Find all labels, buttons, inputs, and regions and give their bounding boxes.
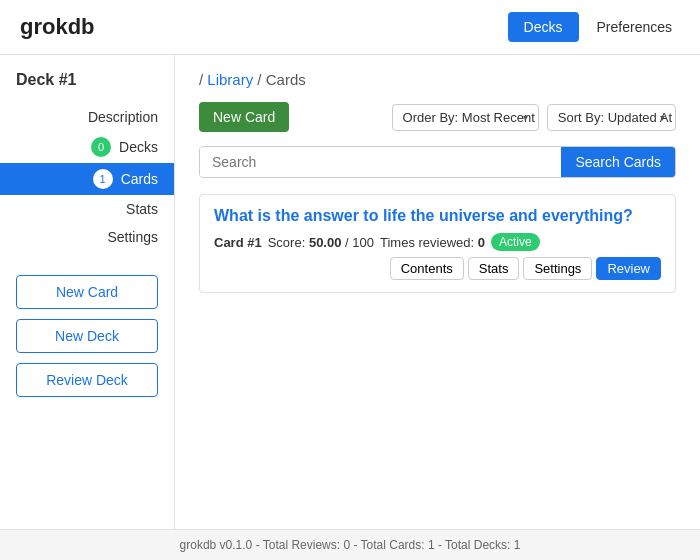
new-card-button-main[interactable]: New Card: [199, 102, 289, 132]
main-content: / Library / Cards New Card Order By: Mos…: [175, 55, 700, 560]
stats-button[interactable]: Stats: [468, 257, 520, 280]
sidebar-actions: New Card New Deck Review Deck: [0, 265, 174, 407]
toolbar-right: Order By: Most Recent ▾ Sort By: Updated…: [392, 104, 676, 131]
order-label: Order By: Most Recent: [403, 110, 535, 125]
search-row: Search Cards: [199, 146, 676, 178]
card-title[interactable]: What is the answer to life the universe …: [214, 207, 661, 225]
sort-dropdown[interactable]: Sort By: Updated At ▾: [547, 104, 676, 131]
header: grokdb Decks Preferences: [0, 0, 700, 55]
breadcrumb-current: Cards: [266, 71, 306, 88]
breadcrumb: / Library / Cards: [199, 71, 676, 88]
sidebar-label-description: Description: [88, 109, 158, 125]
card-score-value: 50.00 / 100: [309, 235, 374, 250]
sidebar-label-settings: Settings: [107, 229, 158, 245]
toolbar: New Card Order By: Most Recent ▾ Sort By…: [199, 102, 676, 132]
card-times-reviewed: Times reviewed: 0: [380, 235, 485, 250]
sidebar-badge-decks: 0: [91, 137, 111, 157]
sidebar-item-settings[interactable]: Settings: [0, 223, 174, 251]
breadcrumb-separator2: /: [253, 71, 266, 88]
card-action-buttons: Contents Stats Settings Review: [390, 257, 661, 280]
card-score-label: Score:: [268, 235, 306, 250]
review-button[interactable]: Review: [596, 257, 661, 280]
card-id: Card #1: [214, 235, 262, 250]
sidebar-item-cards[interactable]: 1 Cards: [0, 163, 174, 195]
card-item: What is the answer to life the universe …: [199, 194, 676, 293]
sidebar-item-description[interactable]: Description: [0, 103, 174, 131]
sidebar-label-stats: Stats: [126, 201, 158, 217]
layout: Deck #1 Description 0 Decks 1 Cards Stat…: [0, 55, 700, 560]
card-times-value: 0: [478, 235, 485, 250]
header-actions: Decks Preferences: [508, 12, 680, 42]
card-score: Score: 50.00 / 100: [268, 235, 374, 250]
sidebar-label-cards: Cards: [121, 171, 158, 187]
sidebar-item-decks[interactable]: 0 Decks: [0, 131, 174, 163]
breadcrumb-library[interactable]: Library: [207, 71, 253, 88]
app-logo: grokdb: [20, 14, 95, 40]
sidebar: Deck #1 Description 0 Decks 1 Cards Stat…: [0, 55, 175, 560]
card-meta: Card #1 Score: 50.00 / 100 Times reviewe…: [214, 233, 661, 280]
search-cards-button[interactable]: Search Cards: [561, 147, 675, 177]
sidebar-badge-cards: 1: [93, 169, 113, 189]
order-dropdown[interactable]: Order By: Most Recent ▾: [392, 104, 539, 131]
new-card-button-sidebar[interactable]: New Card: [16, 275, 158, 309]
sidebar-label-decks: Decks: [119, 139, 158, 155]
new-deck-button-sidebar[interactable]: New Deck: [16, 319, 158, 353]
preferences-button[interactable]: Preferences: [589, 12, 680, 42]
footer-text: grokdb v0.1.0 - Total Reviews: 0 - Total…: [180, 538, 521, 552]
review-deck-button-sidebar[interactable]: Review Deck: [16, 363, 158, 397]
sidebar-deck-title: Deck #1: [0, 71, 174, 103]
decks-button[interactable]: Decks: [508, 12, 579, 42]
search-input[interactable]: [200, 147, 561, 177]
footer: grokdb v0.1.0 - Total Reviews: 0 - Total…: [0, 529, 700, 560]
card-times-label: Times reviewed:: [380, 235, 474, 250]
status-badge: Active: [491, 233, 540, 251]
contents-button[interactable]: Contents: [390, 257, 464, 280]
sidebar-item-stats[interactable]: Stats: [0, 195, 174, 223]
settings-button[interactable]: Settings: [523, 257, 592, 280]
sort-label: Sort By: Updated At: [558, 110, 672, 125]
